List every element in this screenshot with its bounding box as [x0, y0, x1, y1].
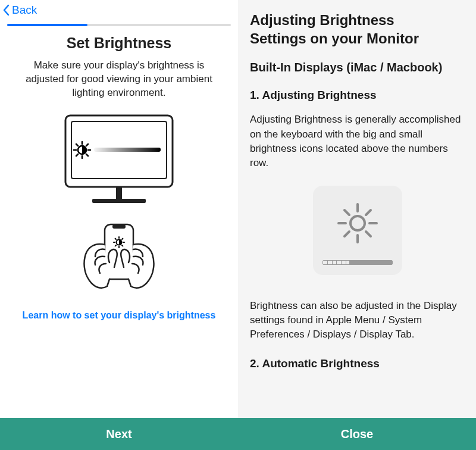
help-pane: Adjusting Brightness Settings on your Mo… [238, 0, 476, 450]
wizard-pane: Back Set Brightness Make sure your displ… [0, 0, 238, 450]
back-button[interactable]: Back [0, 0, 40, 20]
brightness-key-icon [250, 186, 465, 275]
svg-rect-2 [116, 187, 122, 199]
svg-rect-3 [92, 199, 146, 203]
next-button[interactable]: Next [0, 418, 238, 450]
progress-fill [7, 24, 87, 26]
svg-rect-13 [94, 148, 161, 152]
brightness-bar-icon [322, 260, 393, 265]
help-section-builtin: Built-In Displays (iMac / Macbook) [250, 61, 465, 74]
svg-line-32 [345, 232, 349, 236]
help-step1-body: Adjusting Brightness is generally accomp… [250, 112, 465, 170]
help-step1-body2: Brightness can also be adjusted in the D… [250, 299, 465, 342]
chevron-left-icon [2, 4, 11, 16]
back-label: Back [12, 4, 37, 17]
svg-line-31 [366, 210, 371, 215]
help-heading: Adjusting Brightness Settings on your Mo… [250, 11, 465, 48]
page-title: Set Brightness [14, 35, 224, 52]
help-step2-title: 2. Automatic Brightness [250, 357, 465, 370]
learn-brightness-link[interactable]: Learn how to set your display's brightne… [12, 310, 226, 321]
monitor-brightness-icon [60, 111, 178, 211]
help-step1-title: 1. Adjusting Brightness [250, 89, 465, 102]
page-subtitle: Make sure your display's brightness is a… [15, 59, 223, 100]
svg-line-22 [122, 238, 123, 239]
svg-line-23 [115, 245, 116, 246]
svg-line-30 [345, 210, 349, 215]
help-heading-line1: Adjusting Brightness [250, 12, 394, 28]
phone-hands-icon [65, 221, 173, 301]
svg-rect-15 [112, 224, 126, 229]
svg-point-25 [350, 216, 365, 230]
svg-line-33 [366, 232, 371, 236]
svg-line-24 [122, 245, 123, 246]
svg-line-21 [115, 238, 116, 239]
close-button[interactable]: Close [238, 418, 476, 450]
progress-bar [7, 24, 231, 26]
help-heading-line2: Settings on your Monitor [250, 30, 419, 46]
